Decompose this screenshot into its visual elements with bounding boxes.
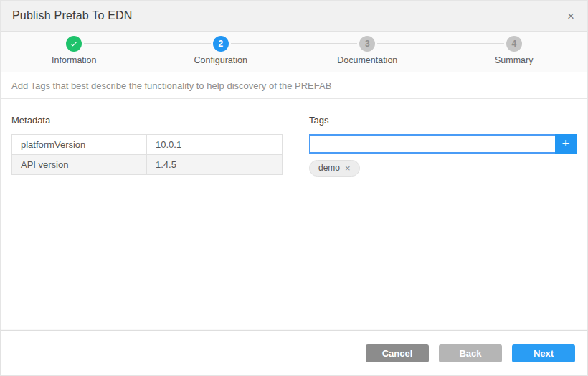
close-icon[interactable]: × (564, 9, 577, 24)
step-number-badge: 3 (359, 36, 375, 52)
step-label: Documentation (337, 55, 397, 65)
metadata-heading: Metadata (11, 115, 282, 126)
metadata-pane: Metadata platformVersion 10.0.1 API vers… (1, 99, 293, 330)
back-button[interactable]: Back (439, 344, 502, 362)
tags-pane: Tags + demo × (293, 99, 587, 330)
dialog-title: Publish Prefab To EDN (12, 9, 133, 22)
metadata-value: 1.4.5 (147, 155, 283, 175)
text-caret (316, 138, 316, 149)
step-summary[interactable]: 4 Summary (441, 36, 588, 72)
step-documentation[interactable]: 3 Documentation (294, 36, 441, 72)
wizard-stepper: Information 2 Configuration 3 Documentat… (1, 32, 587, 72)
table-row: platformVersion 10.0.1 (12, 135, 283, 155)
tags-heading: Tags (309, 115, 577, 126)
tag-chip-label: demo (318, 163, 340, 173)
dialog-titlebar: Publish Prefab To EDN × (1, 1, 587, 32)
add-tag-button[interactable]: + (555, 134, 577, 154)
remove-tag-icon[interactable]: × (345, 164, 351, 173)
next-button[interactable]: Next (512, 344, 575, 362)
tags-input[interactable] (309, 134, 555, 154)
step-number-badge: 2 (213, 36, 229, 52)
tag-input-row: + (309, 134, 577, 154)
step-information[interactable]: Information (1, 36, 148, 72)
metadata-table: platformVersion 10.0.1 API version 1.4.5 (11, 134, 283, 175)
dialog-footer: Cancel Back Next (1, 330, 587, 375)
metadata-key: platformVersion (12, 135, 147, 155)
cancel-button[interactable]: Cancel (366, 344, 429, 362)
step-configuration[interactable]: 2 Configuration (148, 36, 295, 72)
tag-chip: demo × (309, 160, 360, 177)
step-number-badge: 4 (506, 36, 522, 52)
check-icon (66, 36, 82, 52)
tag-chip-list: demo × (309, 160, 577, 177)
dialog-content: Metadata platformVersion 10.0.1 API vers… (1, 99, 587, 330)
publish-prefab-dialog: Publish Prefab To EDN × Information 2 Co… (0, 0, 588, 376)
tag-input-wrap (309, 134, 555, 154)
step-label: Configuration (194, 55, 247, 65)
metadata-value: 10.0.1 (147, 135, 283, 155)
step-label: Information (52, 55, 97, 65)
table-row: API version 1.4.5 (12, 155, 283, 175)
step-label: Summary (495, 55, 533, 65)
step-description: Add Tags that best describe the function… (1, 72, 587, 99)
metadata-key: API version (12, 155, 147, 175)
